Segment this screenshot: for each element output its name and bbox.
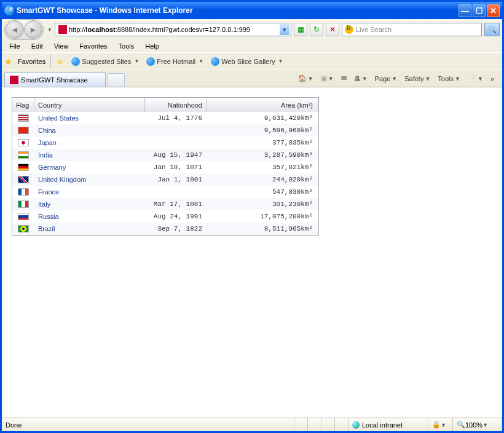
table-row[interactable]: United StatesJul 4, 17769,631,420km² <box>12 112 318 124</box>
favorites-label[interactable]: Favorites <box>18 58 45 65</box>
address-bar[interactable]: http://localhost:8888/index.html?gwt.cod… <box>55 23 291 36</box>
table-row[interactable]: RussiaAug 24, 199117,075,200km² <box>12 210 318 223</box>
feeds-button[interactable]: ▣▼ <box>319 73 336 84</box>
cell-country: Germany <box>34 164 145 171</box>
toolbar-area: ◄ ► ▼ http://localhost:8888/index.html?g… <box>2 19 502 87</box>
safety-menu[interactable]: Safety▼ <box>403 74 432 84</box>
menu-favorites[interactable]: Favorites <box>74 41 112 51</box>
col-nationhood[interactable]: Nationhood <box>145 98 207 112</box>
new-tab-button[interactable] <box>108 73 125 87</box>
cell-flag <box>12 188 34 196</box>
cell-country: Japan <box>34 139 145 146</box>
page-menu[interactable]: Page▼ <box>373 74 400 84</box>
stop-button[interactable]: ✕ <box>326 23 339 36</box>
flag-icon <box>18 213 29 220</box>
search-placeholder: Live Search <box>356 26 481 33</box>
grid-header: Flag Country Nationhood Area (km²) <box>12 98 318 112</box>
table-row[interactable]: BrazilSep 7, 18228,511,965km² <box>12 223 318 235</box>
more-chevron[interactable]: » <box>489 74 496 84</box>
forward-button[interactable]: ► <box>24 20 42 39</box>
compat-button[interactable]: ▦ <box>294 23 307 36</box>
grid-body[interactable]: United StatesJul 4, 17769,631,420km²Chin… <box>12 112 318 235</box>
print-button[interactable]: 🖶▼ <box>352 74 369 84</box>
cell-country: France <box>34 188 145 196</box>
table-row[interactable]: GermanyJan 18, 1871357,021km² <box>12 161 318 173</box>
free-hotmail[interactable]: Free Hotmail▼ <box>144 56 205 67</box>
help-button[interactable]: ❔▼ <box>466 73 485 84</box>
table-row[interactable]: United KingdomJan 1, 1801244,820km² <box>12 173 318 186</box>
cell-area: 547,030km² <box>207 188 318 196</box>
minimize-button[interactable]: — <box>459 4 471 17</box>
flag-icon <box>18 188 29 196</box>
cell-nationhood: Jul 4, 1776 <box>145 114 207 122</box>
table-row[interactable]: ItalyMar 17, 1861301,230km² <box>12 198 318 210</box>
tools-menu[interactable]: Tools▼ <box>436 74 462 84</box>
close-button[interactable]: ✕ <box>487 4 500 17</box>
window-title: SmartGWT Showcase - Windows Internet Exp… <box>17 6 459 15</box>
suggested-sites[interactable]: Suggested Sites▼ <box>69 56 141 67</box>
menu-tools[interactable]: Tools <box>114 41 140 51</box>
tab-active[interactable]: SmartGWT Showcase <box>4 72 106 87</box>
cell-flag <box>12 164 34 171</box>
browser-window: SmartGWT Showcase - Windows Internet Exp… <box>1 1 503 432</box>
cell-area: 244,820km² <box>207 176 318 183</box>
add-favorite-icon[interactable]: ★ <box>56 57 66 66</box>
separator <box>50 55 51 68</box>
status-slot <box>321 418 335 431</box>
cell-flag <box>12 213 34 220</box>
cell-flag <box>12 201 34 208</box>
back-button[interactable]: ◄ <box>6 20 24 39</box>
cell-country: Russia <box>34 213 145 220</box>
cell-country: United Kingdom <box>34 176 145 183</box>
menu-help[interactable]: Help <box>140 41 164 51</box>
cell-flag <box>12 139 34 146</box>
cell-flag <box>12 114 34 122</box>
maximize-button[interactable]: ☐ <box>473 4 486 17</box>
search-box[interactable]: Live Search <box>342 23 482 36</box>
cell-area: 377,835km² <box>207 139 318 146</box>
table-row[interactable]: France547,030km² <box>12 186 318 198</box>
cell-country: India <box>34 151 145 159</box>
mail-button[interactable]: ✉ <box>339 73 348 84</box>
cell-area: 17,075,200km² <box>207 213 318 220</box>
search-go-button[interactable]: 🔍 <box>484 23 500 36</box>
tab-favicon <box>10 76 18 84</box>
protected-mode[interactable]: 🔒▼ <box>428 418 453 431</box>
page-content: Flag Country Nationhood Area (km²) Unite… <box>2 87 502 418</box>
table-row[interactable]: Japan377,835km² <box>12 137 318 149</box>
flag-icon <box>18 176 29 183</box>
menu-edit[interactable]: Edit <box>26 41 48 51</box>
security-zone[interactable]: Local intranet <box>348 418 428 431</box>
cell-nationhood: Jan 1, 1801 <box>145 176 207 183</box>
flag-icon <box>18 164 29 171</box>
favorites-star-icon[interactable]: ★ <box>4 57 14 66</box>
table-row[interactable]: IndiaAug 15, 19473,287,590km² <box>12 149 318 161</box>
status-text: Done <box>2 418 294 431</box>
home-button[interactable]: 🏠▼ <box>296 73 315 84</box>
cell-area: 8,511,965km² <box>207 225 318 232</box>
titlebar: SmartGWT Showcase - Windows Internet Exp… <box>2 2 502 19</box>
ie-mini-icon <box>71 57 80 66</box>
cell-area: 3,287,590km² <box>207 151 318 159</box>
navbar: ◄ ► ▼ http://localhost:8888/index.html?g… <box>2 19 502 40</box>
nav-history-dropdown[interactable]: ▼ <box>47 27 52 33</box>
url-text: http://localhost:8888/index.html?gwt.cod… <box>69 26 278 33</box>
menu-file[interactable]: File <box>4 41 25 51</box>
tab-bar: SmartGWT Showcase 🏠▼ ▣▼ ✉ 🖶▼ Page▼ Safet… <box>2 70 502 87</box>
cell-nationhood: Jan 18, 1871 <box>145 164 207 171</box>
cell-flag <box>12 151 34 159</box>
zoom-control[interactable]: 🔍 100% ▼ <box>453 418 502 431</box>
web-slice-gallery[interactable]: Web Slice Gallery▼ <box>209 56 285 67</box>
url-dropdown[interactable]: ▾ <box>280 24 289 35</box>
cell-nationhood: Sep 7, 1822 <box>145 225 207 232</box>
col-area[interactable]: Area (km²) <box>207 98 318 112</box>
ie-mini-icon <box>146 57 155 66</box>
table-row[interactable]: China9,596,960km² <box>12 124 318 137</box>
status-bar: Done Local intranet 🔒▼ 🔍 100% ▼ <box>2 418 502 431</box>
menu-view[interactable]: View <box>49 41 74 51</box>
cell-nationhood: Aug 24, 1991 <box>145 213 207 220</box>
cell-area: 357,021km² <box>207 164 318 171</box>
col-flag[interactable]: Flag <box>12 98 34 112</box>
refresh-button[interactable]: ↻ <box>310 23 323 36</box>
col-country[interactable]: Country <box>34 98 145 112</box>
